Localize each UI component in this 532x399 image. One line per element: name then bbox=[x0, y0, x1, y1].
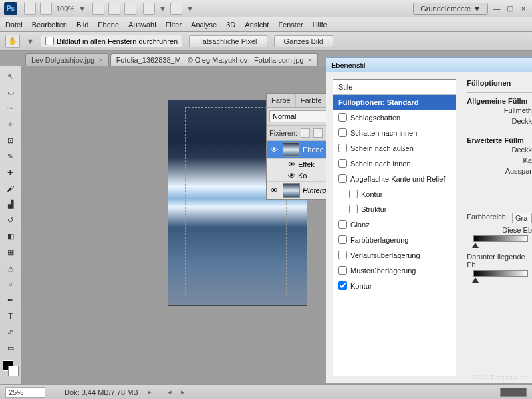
top-zoom[interactable]: 100% bbox=[56, 5, 74, 13]
menu-item[interactable]: Bild bbox=[76, 21, 88, 29]
history-brush-tool[interactable]: ↺ bbox=[3, 213, 19, 227]
style-checkbox[interactable] bbox=[338, 235, 347, 244]
zoom-tool-icon[interactable] bbox=[108, 3, 120, 15]
visibility-icon[interactable]: 👁 bbox=[268, 186, 280, 194]
menu-item[interactable]: Bearbeiten bbox=[32, 21, 67, 29]
rotate-view-icon[interactable] bbox=[124, 3, 136, 15]
style-checkbox[interactable] bbox=[338, 281, 347, 290]
style-item[interactable]: Fülloptionen: Standard bbox=[333, 95, 456, 110]
arrange-dropdown-icon[interactable]: ▼ bbox=[159, 5, 166, 13]
layout-icon[interactable] bbox=[40, 3, 52, 15]
menu-item[interactable]: Filter bbox=[166, 21, 182, 29]
this-layer-slider[interactable] bbox=[473, 235, 528, 242]
style-checkbox[interactable] bbox=[338, 266, 347, 275]
status-dropdown-icon[interactable]: ▸ bbox=[148, 388, 152, 396]
menu-item[interactable]: Auswahl bbox=[128, 21, 156, 29]
layer-thumbnail[interactable] bbox=[283, 183, 300, 198]
zoom-dropdown-icon[interactable]: ▼ bbox=[78, 5, 86, 13]
menu-item[interactable]: 3D bbox=[226, 21, 235, 29]
move-tool[interactable]: ↖ bbox=[3, 69, 19, 84]
tab-close-icon[interactable]: × bbox=[308, 56, 312, 64]
style-item[interactable]: Kontur bbox=[333, 186, 456, 201]
style-checkbox[interactable] bbox=[349, 190, 358, 198]
visibility-icon[interactable]: 👁 bbox=[268, 146, 280, 154]
style-item[interactable]: Farbüberlagerung bbox=[333, 232, 456, 247]
hand-icon[interactable] bbox=[92, 3, 104, 15]
style-item[interactable]: Schein nach außen bbox=[333, 140, 456, 156]
dodge-tool[interactable]: ○ bbox=[3, 277, 19, 291]
style-item[interactable]: Abgeflachte Kante und Relief bbox=[333, 171, 456, 186]
scroll-all-input[interactable] bbox=[45, 37, 54, 45]
style-label: Verlaufsüberlagerung bbox=[350, 251, 420, 259]
tab-close-icon[interactable]: × bbox=[98, 56, 102, 64]
lock-pixels-icon[interactable] bbox=[313, 128, 323, 138]
style-checkbox[interactable] bbox=[349, 205, 358, 213]
zoom-field[interactable]: 25% bbox=[5, 387, 45, 398]
style-item[interactable]: Schein nach innen bbox=[333, 156, 456, 171]
maximize-icon[interactable]: ▢ bbox=[505, 4, 515, 13]
crop-tool[interactable]: ⊡ bbox=[3, 133, 19, 148]
wand-tool[interactable]: ✧ bbox=[3, 117, 19, 132]
fit-screen-button[interactable]: Ganzes Bild bbox=[274, 35, 333, 47]
underlying-slider[interactable] bbox=[473, 270, 528, 277]
layer-thumbnail[interactable] bbox=[283, 142, 300, 157]
menu-item[interactable]: Datei bbox=[5, 21, 23, 29]
stamp-tool[interactable]: ▟ bbox=[3, 197, 19, 211]
menu-item[interactable]: Hilfe bbox=[313, 21, 327, 29]
panel-tab-swatches[interactable]: Farbfe bbox=[296, 94, 327, 107]
scroll-left-icon[interactable]: ◂ bbox=[168, 388, 172, 396]
screenmode-icon[interactable] bbox=[170, 3, 182, 15]
style-item[interactable]: Schlagschatten bbox=[333, 110, 456, 125]
eraser-tool[interactable]: ◧ bbox=[3, 229, 19, 243]
gradient-tool[interactable]: ▦ bbox=[3, 245, 19, 259]
style-checkbox[interactable] bbox=[338, 128, 347, 137]
style-item[interactable]: Kontur bbox=[333, 278, 456, 293]
style-item[interactable]: Verlaufsüberlagerung bbox=[333, 247, 456, 263]
menu-item[interactable]: Ansicht bbox=[245, 21, 269, 29]
style-checkbox[interactable] bbox=[338, 113, 347, 122]
marquee-tool[interactable]: ▭ bbox=[3, 85, 19, 100]
visibility-icon[interactable]: 👁 bbox=[288, 172, 295, 180]
panel-tab-color[interactable]: Farbe bbox=[267, 94, 296, 107]
healing-tool[interactable]: ✚ bbox=[3, 165, 19, 180]
visibility-icon[interactable]: 👁 bbox=[288, 160, 295, 168]
menu-item[interactable]: Fenster bbox=[278, 21, 303, 29]
lasso-tool[interactable]: 〰 bbox=[3, 101, 19, 116]
scroll-right-icon[interactable]: ▸ bbox=[181, 388, 185, 396]
style-checkbox[interactable] bbox=[338, 251, 347, 259]
pen-tool[interactable]: ✒ bbox=[3, 293, 19, 307]
type-tool[interactable]: T bbox=[3, 309, 19, 323]
shape-tool[interactable]: ▭ bbox=[3, 340, 19, 355]
hand-tool-indicator[interactable]: ✋ bbox=[5, 35, 20, 48]
style-checkbox[interactable] bbox=[338, 159, 347, 168]
blendif-select[interactable]: Gra bbox=[512, 213, 532, 223]
path-select-tool[interactable]: ⬀ bbox=[3, 325, 19, 339]
close-icon[interactable]: × bbox=[519, 4, 528, 13]
style-item[interactable]: Glanz bbox=[333, 217, 456, 232]
color-swatches[interactable] bbox=[3, 360, 19, 376]
workspace-switcher[interactable]: Grundelemente ▼ bbox=[413, 3, 488, 15]
style-item[interactable]: Musterüberlagerung bbox=[333, 263, 456, 278]
style-item[interactable]: Schatten nach innen bbox=[333, 125, 456, 140]
styles-header: Stile bbox=[333, 80, 456, 95]
tool-preset-dropdown-icon[interactable]: ▼ bbox=[27, 37, 34, 45]
dialog-titlebar[interactable]: Ebenenstil bbox=[326, 58, 532, 72]
lock-transparency-icon[interactable] bbox=[301, 128, 310, 138]
arrangement-icon[interactable] bbox=[143, 3, 155, 15]
bridge-icon[interactable] bbox=[24, 3, 36, 15]
eyedropper-tool[interactable]: ✎ bbox=[3, 149, 19, 164]
brush-tool[interactable]: 🖌 bbox=[3, 181, 19, 196]
minimize-icon[interactable]: — bbox=[492, 4, 501, 13]
style-item[interactable]: Struktur bbox=[333, 201, 456, 217]
style-checkbox[interactable] bbox=[338, 174, 347, 183]
document-tab[interactable]: Fotolia_1362838_M - © Oleg Matyukhov - F… bbox=[110, 53, 318, 66]
menu-item[interactable]: Analyse bbox=[191, 21, 217, 29]
menu-item[interactable]: Ebene bbox=[98, 21, 119, 29]
style-checkbox[interactable] bbox=[338, 144, 347, 152]
scroll-all-checkbox[interactable]: Bildlauf in allen Fenstern durchführen bbox=[41, 35, 182, 47]
actual-pixels-button[interactable]: Tatsächliche Pixel bbox=[189, 35, 267, 47]
screenmode-dropdown-icon[interactable]: ▼ bbox=[186, 5, 194, 13]
blur-tool[interactable]: △ bbox=[3, 261, 19, 275]
style-checkbox[interactable] bbox=[338, 220, 347, 229]
document-tab[interactable]: Lev Dolgatshjov.jpg × bbox=[25, 53, 109, 66]
